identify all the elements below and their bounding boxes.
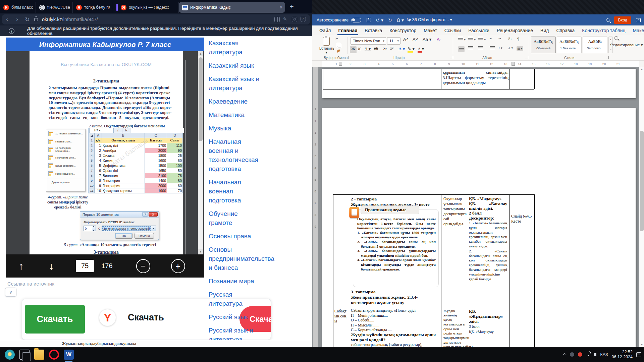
start-button[interactable] xyxy=(5,350,15,360)
word-menu-tab[interactable]: Вид xyxy=(537,26,552,35)
paste-button[interactable]: Вставить ▾ xyxy=(319,36,333,54)
word-menu-tab[interactable]: Конструктор xyxy=(386,26,420,35)
numbered-list-icon[interactable]: ▾ xyxy=(468,37,476,41)
format-painter-icon[interactable] xyxy=(335,49,345,53)
tray-opera-icon[interactable] xyxy=(578,352,582,357)
word-scrollbar[interactable]: ▲ ▼ xyxy=(639,67,644,347)
font-color-button[interactable]: А ▾ xyxy=(418,46,424,52)
shading-icon[interactable]: ◬ ▾ xyxy=(508,46,513,50)
document-page-1[interactable]: құрылымын сипаттайды.3.Шартты форматтау … xyxy=(322,69,636,98)
autosave-toggle[interactable] xyxy=(351,18,361,22)
scroll-down-icon[interactable]: ▼ xyxy=(639,343,644,346)
page-down-button[interactable]: ↓ xyxy=(36,260,66,272)
ruler-table-marker[interactable] xyxy=(512,62,515,66)
grow-font-icon[interactable]: A˄ xyxy=(403,37,409,42)
word-menu-tab[interactable]: Макет xyxy=(420,26,440,35)
document-title[interactable]: № 36 ОМ информат... ▾ xyxy=(407,17,452,22)
dialog-launcher-icon[interactable] xyxy=(345,56,348,59)
clear-formatting-icon[interactable]: А̷ xyxy=(437,37,440,42)
redo-icon[interactable]: ↻ xyxy=(388,17,392,23)
url-text[interactable]: okulyk.kz/informatika/947/ xyxy=(42,17,98,22)
word-menu-tab[interactable]: Рассылки xyxy=(465,26,493,35)
undo-icon[interactable]: ↺ ▾ xyxy=(376,17,383,23)
subject-link[interactable]: Казахский язык xyxy=(209,61,262,70)
omega-icon[interactable]: Ω ▾ xyxy=(397,17,404,23)
style-card[interactable]: АаБбВвГг, Обычный xyxy=(531,37,556,53)
cut-icon[interactable] xyxy=(335,37,345,41)
subject-link[interactable]: Казахская литература xyxy=(209,39,262,57)
document-area[interactable]: 21123456789 құрылымын сипаттайды.3.Шартт… xyxy=(312,67,639,347)
current-page-input[interactable]: 75 xyxy=(76,260,94,272)
increase-indent-icon[interactable]: ⇥ xyxy=(498,37,501,40)
underline-button[interactable]: Ч ▾ xyxy=(365,46,371,52)
subscript-button[interactable]: x₂ xyxy=(383,46,387,50)
forward-icon[interactable]: › xyxy=(12,16,22,23)
reload-icon[interactable]: ↻ xyxy=(22,16,32,23)
scrollbar-thumb[interactable] xyxy=(640,131,644,231)
task-view-icon[interactable] xyxy=(19,350,30,360)
file-explorer-icon[interactable] xyxy=(34,350,44,360)
pdf-scrollbar[interactable]: ▲ ▼ xyxy=(198,51,203,254)
address-bar[interactable]: ‹ › ↻ okulyk.kz/informatika/947/ xyxy=(2,14,310,24)
align-center-icon[interactable] xyxy=(468,46,473,51)
back-icon[interactable]: ‹ xyxy=(2,16,12,23)
volume-icon[interactable] xyxy=(594,353,596,356)
copy-icon[interactable] xyxy=(335,43,345,47)
source-link[interactable]: Ссылка на источник xyxy=(7,281,54,287)
subject-link[interactable]: Начальная военная подготовка xyxy=(209,178,262,205)
subject-link[interactable]: Русский язык xyxy=(209,312,262,321)
subject-link[interactable]: Русский язык и литература xyxy=(209,326,262,340)
search-icon[interactable] xyxy=(606,18,609,22)
hidden-icons-chevron[interactable] xyxy=(563,353,567,357)
change-case-icon[interactable]: Аа ▾ xyxy=(423,37,431,42)
horizontal-ruler[interactable]: 123456789101112131415161718192021 xyxy=(322,61,639,67)
ribbon-display-options-icon[interactable]: ^ xyxy=(636,18,641,22)
document-page-2[interactable]: 2 - тапсырма Жұптық практикалық жұмыс. 1… xyxy=(322,108,636,347)
clock[interactable]: 22:5206.12.2024 xyxy=(611,350,633,360)
pdf-viewer[interactable]: Все учебники Казахстана на OKULYK.COM 2-… xyxy=(6,51,204,254)
scrollbar-thumb[interactable] xyxy=(199,57,203,141)
dialog-launcher-icon[interactable] xyxy=(450,56,453,59)
download-label-black[interactable]: Скачать xyxy=(128,312,164,323)
highlight-button[interactable]: ✎ ▾ xyxy=(408,46,415,51)
subject-link[interactable]: Обучение грамоте xyxy=(209,209,262,227)
scroll-down-icon[interactable]: ▼ xyxy=(198,249,203,254)
screenshot-icon[interactable] xyxy=(292,17,297,22)
word-menu-tab[interactable]: Ссылки xyxy=(441,26,464,35)
browser-tab-1[interactable]: Я білім класс — Яндекс: на xyxy=(0,2,36,13)
save-icon[interactable] xyxy=(367,18,371,22)
justify-icon[interactable] xyxy=(490,46,495,51)
multilevel-list-icon[interactable]: ▾ xyxy=(478,37,486,41)
scroll-up-icon[interactable]: ▲ xyxy=(639,68,644,71)
word-menu-tab[interactable]: Макет xyxy=(630,26,644,35)
subject-link[interactable]: Познание мира xyxy=(209,277,262,286)
subject-link[interactable]: Математика xyxy=(209,110,262,119)
editing-menu-button[interactable]: Редактирование ▾ xyxy=(610,43,643,47)
opera-icon[interactable] xyxy=(49,350,59,360)
dialog-launcher-icon[interactable] xyxy=(525,56,528,59)
subject-link[interactable]: Музыка xyxy=(209,124,262,133)
signin-button[interactable]: Вход xyxy=(614,16,631,24)
shrink-font-icon[interactable]: A˅ xyxy=(413,37,418,42)
zoom-out-button[interactable]: − xyxy=(136,259,150,273)
subject-link[interactable]: Основы предпринимательства и бизнеса xyxy=(209,245,262,272)
word-menu-tab[interactable]: Справка xyxy=(553,26,578,35)
font-name-select[interactable]: Times New Ron▾ xyxy=(351,37,386,45)
align-left-icon[interactable] xyxy=(458,46,465,52)
style-card[interactable]: АаБбВ: Заголово... xyxy=(583,37,607,53)
protect-shield-icon[interactable] xyxy=(301,17,306,22)
bullet-list-icon[interactable]: ▾ xyxy=(458,37,466,41)
tray-app-icon[interactable] xyxy=(570,352,574,357)
collapse-ad-button[interactable]: ∨ xyxy=(5,288,16,297)
subject-link[interactable]: Русская литература xyxy=(209,290,262,308)
sort-icon[interactable]: Я↓ xyxy=(508,37,512,40)
borders-icon[interactable]: ▦ ▾ xyxy=(517,46,523,51)
page-up-button[interactable]: ↑ xyxy=(6,260,36,272)
decrease-indent-icon[interactable]: ⇤ xyxy=(490,37,492,40)
subject-link[interactable]: Казахский язык и литература xyxy=(209,74,262,93)
font-size-select[interactable]: 11▾ xyxy=(387,37,400,45)
word-menu-tab[interactable]: Рецензирование xyxy=(493,26,536,35)
network-icon[interactable] xyxy=(586,353,591,356)
ribbon-search-icon[interactable] xyxy=(614,36,618,40)
dialog-launcher-icon[interactable] xyxy=(606,56,609,59)
